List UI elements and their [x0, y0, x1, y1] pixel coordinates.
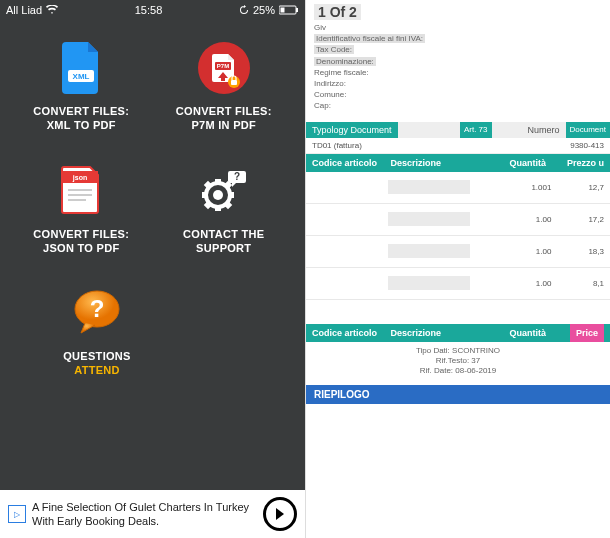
tile-contact-support[interactable]: ? CONTACT THESUPPORT: [159, 163, 289, 256]
refresh-icon: [239, 5, 249, 15]
ad-text: A Fine Selection Of Gulet Charters In Tu…: [32, 500, 263, 529]
svg-rect-18: [215, 205, 221, 211]
clock: 15:58: [135, 4, 163, 16]
svg-rect-22: [224, 200, 232, 208]
table-row: 1.0017,2: [306, 204, 610, 236]
page-indicator: 1 Of 2: [314, 4, 361, 20]
tile-label: CONVERT FILES:JSON TO PDF: [33, 227, 129, 256]
json-file-icon: json: [53, 163, 109, 219]
svg-rect-13: [68, 194, 92, 196]
support-gear-icon: ?: [196, 163, 252, 219]
tile-grid: XML CONVERT FILES:XML TO PDF P7M CONVERT…: [0, 20, 305, 538]
svg-rect-19: [202, 192, 208, 198]
battery-percent: 25%: [253, 4, 275, 16]
svg-text:?: ?: [234, 171, 240, 182]
carrier: All Liad: [6, 4, 42, 16]
svg-rect-2: [280, 8, 284, 13]
tile-label: CONVERT FILES:P7M IN PDF: [176, 104, 272, 133]
svg-text:json: json: [72, 174, 87, 182]
xml-file-icon: XML: [53, 40, 109, 96]
tile-p7m-to-pdf[interactable]: P7M CONVERT FILES:P7M IN PDF: [159, 40, 289, 133]
document-preview: 1 Of 2 Giv Identificativo fiscale ai fin…: [305, 0, 610, 538]
tile-faq[interactable]: ? QUESTIONSATTEND: [32, 285, 162, 378]
table-header: Codice articolo Descrizione Quantità Pre…: [306, 154, 610, 172]
svg-text:P7M: P7M: [217, 63, 229, 69]
table-header-2: Codice articolo Descrizione Quantità Pri…: [306, 324, 610, 342]
doc-meta: Giv Identificativo fiscale ai fini IVA: …: [314, 22, 602, 112]
svg-rect-20: [228, 192, 234, 198]
table-row: 1.00112,7: [306, 172, 610, 204]
table-row: 1.008,1: [306, 268, 610, 300]
battery-icon: [279, 5, 299, 15]
tile-label: CONVERT FILES:XML TO PDF: [33, 104, 129, 133]
ad-badge-icon: ▷: [8, 505, 26, 523]
svg-rect-14: [68, 199, 86, 201]
svg-text:?: ?: [90, 295, 105, 322]
wifi-icon: [46, 5, 58, 15]
ad-banner[interactable]: ▷ A Fine Selection Of Gulet Charters In …: [0, 490, 305, 538]
p7m-file-icon: P7M: [196, 40, 252, 96]
svg-rect-21: [204, 180, 212, 188]
svg-point-16: [213, 190, 223, 200]
question-bubble-icon: ?: [69, 285, 125, 341]
tile-label: CONTACT THESUPPORT: [183, 227, 264, 256]
svg-rect-9: [231, 80, 237, 85]
tile-label: QUESTIONSATTEND: [63, 349, 131, 378]
svg-rect-23: [204, 200, 212, 208]
svg-rect-12: [68, 189, 92, 191]
status-bar: All Liad 15:58 25%: [0, 0, 305, 20]
table-row: 1.0018,3: [306, 236, 610, 268]
tile-json-to-pdf[interactable]: json CONVERT FILES:JSON TO PDF: [16, 163, 146, 256]
doc-bar-1: Typology Document Art. 73 NumeroDocument: [306, 122, 610, 138]
app-screen: All Liad 15:58 25% XML CONVERT FILES:XML…: [0, 0, 305, 538]
riepilogo-header: RIEPILOGO: [306, 385, 610, 404]
doc-footer: Tipo Dati: SCONTRINO Rif.Testo: 37 Rif. …: [306, 342, 610, 381]
svg-text:XML: XML: [73, 72, 90, 81]
tile-xml-to-pdf[interactable]: XML CONVERT FILES:XML TO PDF: [16, 40, 146, 133]
svg-rect-1: [296, 8, 298, 12]
svg-rect-17: [215, 179, 221, 185]
doc-subrow: TD01 (fattura)9380-413: [306, 138, 610, 154]
ad-arrow-icon[interactable]: [263, 497, 297, 531]
